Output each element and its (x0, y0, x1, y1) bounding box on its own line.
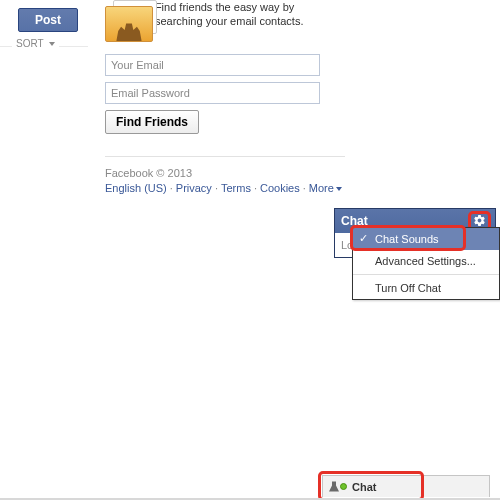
menu-separator (353, 274, 499, 275)
footer-link-more[interactable]: More (309, 182, 342, 194)
person-icon (329, 482, 339, 492)
friends-photo-icon (105, 0, 143, 44)
chat-title: Chat (341, 214, 368, 228)
check-icon: ✓ (359, 232, 368, 245)
menu-item-chat-sounds[interactable]: ✓ Chat Sounds (353, 228, 499, 250)
footer-copyright: Facebook © 2013 (105, 167, 345, 179)
chevron-down-icon (336, 187, 342, 191)
chat-bar[interactable]: Chat (322, 475, 490, 497)
online-status-icon (340, 483, 347, 490)
menu-item-turn-off-chat[interactable]: Turn Off Chat (353, 277, 499, 299)
footer-links: English (US)·Privacy·Terms·Cookies·More (105, 182, 345, 194)
menu-item-advanced-settings[interactable]: Advanced Settings... (353, 250, 499, 272)
footer-link-privacy[interactable]: Privacy (176, 182, 212, 194)
gear-icon[interactable] (473, 214, 486, 227)
footer-link-cookies[interactable]: Cookies (260, 182, 300, 194)
footer-link-terms[interactable]: Terms (221, 182, 251, 194)
find-friends-button[interactable]: Find Friends (105, 110, 199, 134)
find-friends-description: Find friends the easy way by searching y… (155, 0, 345, 44)
sort-label: SORT (16, 38, 43, 49)
sort-dropdown[interactable]: SORT (12, 38, 59, 49)
footer-link-language[interactable]: English (US) (105, 182, 167, 194)
chat-bar-label: Chat (352, 481, 376, 493)
sort-divider: SORT (0, 46, 88, 47)
email-field[interactable] (105, 54, 320, 76)
post-button[interactable]: Post (18, 8, 78, 32)
email-password-field[interactable] (105, 82, 320, 104)
chat-settings-menu: ✓ Chat Sounds Advanced Settings... Turn … (352, 227, 500, 300)
chevron-down-icon (49, 42, 55, 46)
